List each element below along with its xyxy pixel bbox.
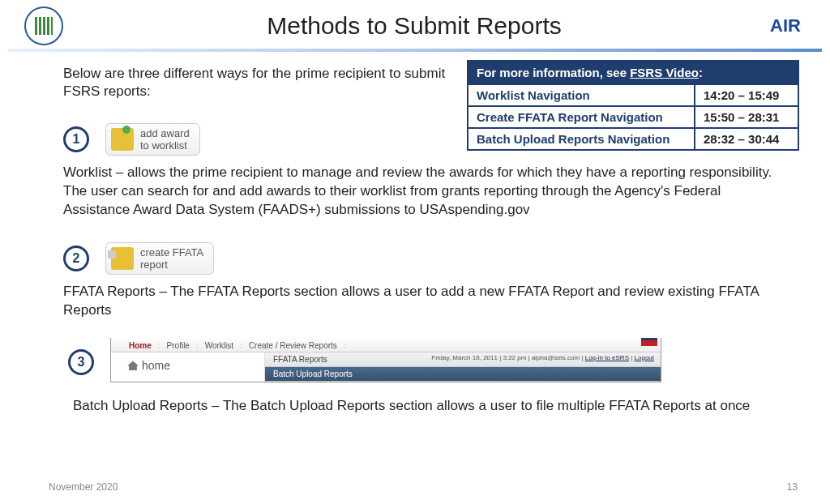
air-logo: AIR — [765, 11, 806, 41]
step-number-2: 2 — [63, 246, 89, 271]
us-flag-icon — [641, 338, 657, 346]
nav-status-bar: Friday, March 18, 2011 | 3:22 pm | alpha… — [431, 354, 654, 361]
hud-seal-logo — [24, 6, 63, 45]
logout-link[interactable]: Logout — [635, 354, 654, 361]
folder-doc-icon — [111, 247, 134, 270]
step-3-description: Batch Upload Reports – The Batch Upload … — [73, 397, 773, 416]
home-icon — [127, 361, 139, 370]
table-row: Worklist Navigation 14:20 – 15:49 — [468, 84, 798, 106]
step-2-row: 2 create FFATA report — [63, 242, 773, 275]
create-ffata-button[interactable]: create FFATA report — [105, 242, 214, 275]
nav-home-heading: home — [111, 352, 265, 382]
nav-screenshot: Home: Profile: Worklist: Create / Review… — [110, 338, 661, 382]
nav-worklist-link[interactable]: Worklist — [205, 341, 233, 350]
nav-create-link[interactable]: Create / Review Reports — [249, 341, 337, 350]
step-3-row: 3 Home: Profile: Worklist: Create / Revi… — [68, 338, 773, 382]
table-header: For more information, see FSRS Video: — [468, 61, 798, 84]
table-row: Create FFATA Report Navigation 15:50 – 2… — [468, 106, 798, 128]
table-row: Batch Upload Reports Navigation 28:32 – … — [468, 128, 798, 150]
footer-date: November 2020 — [49, 481, 118, 493]
step-number-3: 3 — [68, 349, 94, 375]
step-2-description: FFATA Reports – The FFATA Reports sectio… — [63, 283, 773, 320]
header-divider — [8, 49, 822, 52]
nav-profile-link[interactable]: Profile — [167, 341, 190, 350]
login-esrs-link[interactable]: Log-in to eSRS — [585, 354, 629, 361]
step-number-1: 1 — [63, 126, 89, 152]
add-award-button[interactable]: add award to worklist — [105, 123, 200, 156]
fsrs-video-link[interactable]: FSRS Video — [630, 66, 699, 79]
nav-top-bar: Home: Profile: Worklist: Create / Review… — [111, 338, 661, 352]
footer-page-number: 13 — [787, 481, 798, 493]
nav-home-link[interactable]: Home — [129, 341, 152, 350]
intro-text: Below are three different ways for the p… — [63, 65, 473, 100]
step-1-description: Worklist – allows the prime recipient to… — [63, 164, 773, 220]
slide-title: Methods to Submit Reports — [63, 12, 765, 40]
folder-add-icon — [111, 128, 134, 151]
video-timestamps-table: For more information, see FSRS Video: Wo… — [467, 60, 799, 151]
nav-tab-batch-upload[interactable]: Batch Upload Reports — [265, 367, 661, 382]
